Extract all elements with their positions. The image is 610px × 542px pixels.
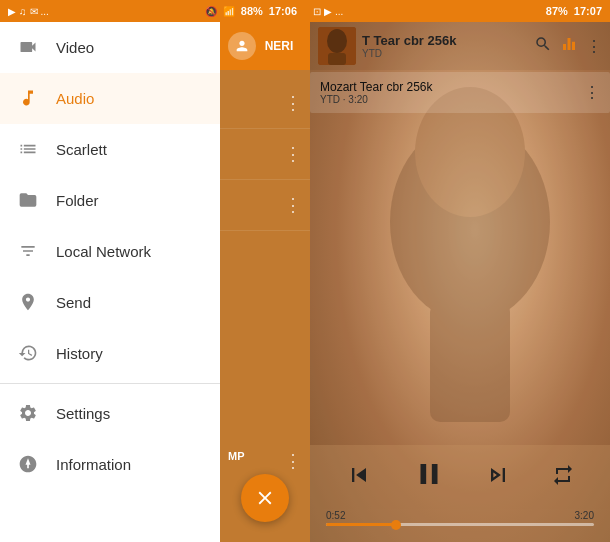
sidebar-label-send: Send bbox=[56, 294, 91, 311]
media-icon: ▶ bbox=[8, 6, 16, 17]
time-right: 17:07 bbox=[574, 5, 602, 17]
middle-header-title: NERI bbox=[256, 39, 302, 53]
sidebar-label-folder: Folder bbox=[56, 192, 99, 209]
media-icon-right: ▶ bbox=[324, 6, 332, 17]
sidebar-item-settings[interactable]: Settings bbox=[0, 388, 220, 439]
more-dots-bottom[interactable]: ⋮ bbox=[284, 452, 302, 470]
scarlett-icon bbox=[16, 137, 40, 161]
more-icon-right: ... bbox=[335, 6, 343, 17]
sidebar: Video Audio Scarlett Folder Local Networ… bbox=[0, 22, 220, 542]
svg-point-4 bbox=[327, 29, 347, 53]
audio-icon bbox=[16, 86, 40, 110]
track-meta: YTD · 3:20 bbox=[320, 94, 584, 105]
middle-content: ⋮ ⋮ ⋮ bbox=[220, 70, 310, 239]
svg-rect-5 bbox=[328, 53, 346, 65]
battery-right: 87% bbox=[546, 5, 568, 17]
battery-left: 88% bbox=[241, 5, 263, 17]
middle-header-avatar bbox=[228, 32, 256, 60]
dots-icon: ... bbox=[41, 6, 49, 17]
track-item[interactable]: Mozart Tear cbr 256k YTD · 3:20 ⋮ bbox=[310, 72, 610, 113]
wifi-icon-left: 📶 bbox=[223, 6, 235, 17]
sidebar-item-folder[interactable]: Folder bbox=[0, 175, 220, 226]
track-more-icon[interactable]: ⋮ bbox=[584, 83, 600, 102]
progress-times: 0:52 3:20 bbox=[326, 510, 594, 521]
fab-button[interactable] bbox=[241, 474, 289, 522]
repeat-button[interactable] bbox=[547, 459, 579, 497]
history-icon bbox=[16, 341, 40, 365]
progress-fill bbox=[326, 523, 396, 526]
next-button[interactable] bbox=[480, 457, 516, 499]
sidebar-item-history[interactable]: History bbox=[0, 328, 220, 379]
sidebar-label-settings: Settings bbox=[56, 405, 110, 422]
middle-fab-area bbox=[220, 474, 310, 522]
player-subtitle: YTD bbox=[362, 48, 528, 59]
local-network-icon bbox=[16, 239, 40, 263]
settings-icon bbox=[16, 401, 40, 425]
player-controls-area: 0:52 3:20 bbox=[310, 445, 610, 542]
sidebar-label-information: Information bbox=[56, 456, 131, 473]
sidebar-divider bbox=[0, 383, 220, 384]
prev-button[interactable] bbox=[341, 457, 377, 499]
send-icon bbox=[16, 290, 40, 314]
track-name: Mozart Tear cbr 256k bbox=[320, 80, 584, 94]
sidebar-label-local-network: Local Network bbox=[56, 243, 151, 260]
progress-container[interactable]: 0:52 3:20 bbox=[326, 510, 594, 526]
status-icons-right: ⊡ ▶ ... bbox=[313, 6, 343, 17]
progress-current: 0:52 bbox=[326, 510, 345, 521]
sidebar-item-send[interactable]: Send bbox=[0, 277, 220, 328]
sidebar-item-audio[interactable]: Audio bbox=[0, 73, 220, 124]
sidebar-label-audio: Audio bbox=[56, 90, 94, 107]
middle-list-item-2: ⋮ bbox=[220, 129, 310, 180]
notification-icon: ✉ bbox=[30, 6, 38, 17]
information-icon bbox=[16, 452, 40, 476]
middle-header: NERI bbox=[220, 22, 310, 70]
video-icon bbox=[16, 35, 40, 59]
sidebar-label-history: History bbox=[56, 345, 103, 362]
sidebar-item-information[interactable]: Information bbox=[0, 439, 220, 490]
progress-bar[interactable] bbox=[326, 523, 594, 526]
album-art bbox=[318, 27, 356, 65]
signal-icon-right: ⊡ bbox=[313, 6, 321, 17]
progress-thumb bbox=[391, 520, 401, 530]
middle-more-area: ⋮ bbox=[220, 452, 310, 470]
middle-list-item-3: ⋮ bbox=[220, 180, 310, 231]
player-controls bbox=[326, 453, 594, 502]
middle-panel: NERI ⋮ ⋮ ⋮ MP ⋮ bbox=[220, 22, 310, 542]
volume-icon-left: 🔕 bbox=[205, 6, 217, 17]
sidebar-item-local-network[interactable]: Local Network bbox=[0, 226, 220, 277]
folder-icon bbox=[16, 188, 40, 212]
more-dots-3[interactable]: ⋮ bbox=[284, 196, 302, 214]
search-icon[interactable] bbox=[534, 35, 552, 57]
sidebar-item-video[interactable]: Video bbox=[0, 22, 220, 73]
progress-total: 3:20 bbox=[575, 510, 594, 521]
pause-button[interactable] bbox=[408, 453, 450, 502]
sidebar-label-scarlett: Scarlett bbox=[56, 141, 107, 158]
sidebar-item-scarlett[interactable]: Scarlett bbox=[0, 124, 220, 175]
status-bar-right: ⊡ ▶ ... 87% 17:07 bbox=[305, 0, 610, 22]
more-dots-1[interactable]: ⋮ bbox=[284, 94, 302, 112]
player-header-icons: ⋮ bbox=[534, 35, 602, 57]
time-left: 17:06 bbox=[269, 5, 297, 17]
music-icon: ♫ bbox=[19, 6, 27, 17]
player-header: T Tear cbr 256k YTD ⋮ bbox=[310, 22, 610, 70]
track-info: Mozart Tear cbr 256k YTD · 3:20 bbox=[320, 80, 584, 105]
middle-list-item-1: ⋮ bbox=[220, 78, 310, 129]
player-panel: T Tear cbr 256k YTD ⋮ Mozart Tear cbr 25… bbox=[310, 22, 610, 542]
status-icons-left: ▶ ♫ ✉ ... bbox=[8, 6, 49, 17]
status-bar-left: ▶ ♫ ✉ ... 🔕 📶 88% 17:06 bbox=[0, 0, 305, 22]
player-title-area: T Tear cbr 256k YTD bbox=[356, 33, 534, 59]
player-title: T Tear cbr 256k bbox=[362, 33, 528, 48]
more-dots-2[interactable]: ⋮ bbox=[284, 145, 302, 163]
sidebar-label-video: Video bbox=[56, 39, 94, 56]
equalizer-icon[interactable] bbox=[560, 35, 578, 57]
more-options-icon[interactable]: ⋮ bbox=[586, 37, 602, 56]
